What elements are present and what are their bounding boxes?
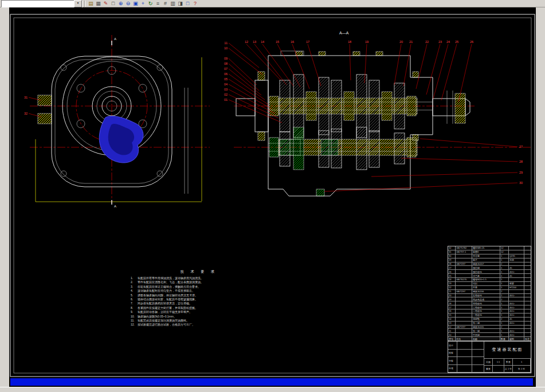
callout: 03 [224, 88, 228, 91]
parts-row: 27倒挡轴145 [448, 266, 531, 270]
callout: 29 [519, 171, 523, 174]
section-label: A—A [339, 31, 349, 35]
note-item: 8.各紧固件应按规定力矩拧紧，并采取防松措施。 [131, 306, 267, 310]
parts-row: 12GB/T297轴承302052 [448, 326, 531, 330]
callout: 28 [519, 160, 523, 163]
callout: 15 [276, 40, 279, 44]
parts-row: 21GB/T297轴承302062 [448, 290, 531, 294]
zoom-in-icon[interactable]: ⊕ [117, 0, 124, 7]
toolbar-icons: ▤▦✎□⊕⊖▣+↻≡#▥◨□? [87, 0, 199, 7]
parts-row: 24GB/T6170螺母M20×1.51 [448, 278, 531, 282]
parts-row: 13第二轴140Cr [448, 322, 531, 326]
toolbar: ▼ ▤▦✎□⊕⊖▣+↻≡#▥◨□? [0, 0, 545, 7]
title-block-bottom: 设计校核审核批准 变速器装配图 比例 1:1 数量 1 重量 共 1 张 第 1… [448, 341, 531, 373]
cavity-section [99, 116, 143, 163]
chevron-down-icon[interactable]: ▼ [74, 0, 82, 7]
pencil-icon[interactable]: ✎ [102, 0, 109, 7]
meta-cell: 共 1 张 [504, 366, 513, 373]
callout: 11 [224, 41, 228, 45]
section-mark-top: A [114, 37, 116, 41]
callout: 18 [348, 40, 351, 44]
callout: 12 [245, 40, 248, 44]
callout: 22 [425, 40, 429, 44]
callout: 13 [253, 40, 256, 44]
parts-row: 14花键毂245 [448, 317, 531, 322]
callout: 23 [438, 40, 442, 44]
parts-row: 29垫片1石棉 [448, 258, 531, 262]
note-item: 2.零件装配前应清除毛刺、飞边，配合表面涂润滑油。 [131, 280, 267, 284]
meta-cell: 1:1 [493, 359, 504, 366]
drawing-title: 变速器装配图 [484, 342, 531, 359]
parts-row: 16二档齿轮140Cr [448, 309, 531, 313]
notes-list: 1.装配前所有零件用煤油清洗，滚动轴承用汽油清洗。2.零件装配前应清除毛刺、飞边… [131, 276, 267, 327]
parts-row: 25法兰盘145 [448, 274, 531, 278]
parts-row: 18四档齿轮140Cr [448, 301, 531, 305]
note-item: 12.按试验规范进行跑合试验，合格后方可出厂。 [131, 323, 267, 327]
drawing-canvas[interactable]: 11 10 09 08 07 06 05 04 03 02 01 12 13 1… [9, 7, 536, 387]
callout: 21 [409, 40, 413, 44]
title-block-right: 变速器装配图 比例 1:1 数量 1 重量 共 1 张 第 1 张 [484, 342, 531, 373]
meta-cell: 1 [513, 359, 531, 366]
callout: 02 [224, 93, 228, 96]
callout: 01 [224, 98, 228, 101]
toolbar-separator [84, 1, 85, 7]
parts-row: 28GB/T297轴承302072 [448, 262, 531, 266]
open-icon[interactable]: ▤ [87, 0, 95, 7]
callout: 25 [455, 40, 458, 44]
callout: 26 [470, 40, 473, 44]
parts-row: 22后盖1HT200 [448, 286, 531, 290]
note-item: 5.调整各轴承轴向间隙，保证轴转动灵活无卡滞。 [131, 293, 267, 297]
callout: 16 [291, 40, 294, 44]
parts-list: 32GB/T5782螺栓M8×251231GB/T97.1垫圈81230放油塞1… [448, 246, 531, 341]
sig-row: 校核 [448, 350, 484, 358]
shade-icon[interactable]: ◨ [177, 0, 184, 7]
title-block: 32GB/T5782螺栓M8×251231GB/T97.1垫圈81230放油塞1… [448, 246, 531, 373]
sig-grid: 设计校核审核批准 [448, 342, 484, 373]
command-combo[interactable]: ▼ [1, 0, 83, 7]
section-view [236, 51, 470, 196]
callout: 19 [365, 40, 368, 44]
parts-row: 31GB/T97.1垫圈812 [448, 250, 531, 254]
callout: 07 [224, 67, 228, 70]
callout: 08 [224, 62, 228, 65]
callout: 04 [224, 83, 228, 86]
parts-row: 19同步器总成2 [448, 297, 531, 301]
rotate-icon[interactable]: ↻ [147, 0, 154, 7]
help-icon[interactable]: ? [191, 0, 199, 7]
command-input[interactable] [2, 1, 74, 6]
select-icon[interactable]: □ [109, 0, 117, 7]
callout: 30 [519, 181, 523, 185]
zoom-out-icon[interactable]: ⊖ [124, 0, 132, 7]
sig-row: 批准 [448, 365, 484, 373]
pan-icon[interactable]: + [139, 0, 147, 7]
meta-cell: 重量 [484, 366, 493, 373]
layers-icon[interactable]: ≡ [154, 0, 162, 7]
meta-cell: 第 1 张 [513, 366, 531, 373]
measure-icon[interactable]: # [162, 0, 169, 7]
parts-row: 32GB/T5782螺栓M8×2512 [448, 246, 531, 250]
callout: 06 [224, 72, 228, 76]
note-item: 6.箱体结合面涂密封胶，装配后不得有渗漏现象。 [131, 297, 267, 301]
callout: 17 [306, 40, 309, 44]
callout: 24 [446, 40, 450, 44]
status-bar [0, 387, 545, 392]
callout: 09 [224, 57, 228, 60]
fullscreen-icon[interactable]: □ [184, 0, 191, 7]
parts-row: 20五档齿轮140Cr [448, 294, 531, 298]
print-icon[interactable]: ▦ [95, 0, 102, 7]
highlight-bar[interactable] [10, 378, 533, 386]
meta-cell: 比例 [484, 359, 493, 366]
meta-cell: 数量 [504, 359, 513, 366]
zoom-window-icon[interactable]: ▣ [132, 0, 139, 7]
note-item: 11.装配完成后按规定加注润滑油至油面线。 [131, 319, 267, 323]
callout: 20 [399, 40, 403, 44]
meta-cell [493, 366, 504, 373]
parts-row: 26倒挡齿轮140Cr [448, 270, 531, 274]
front-view [38, 56, 188, 194]
note-item: 9.装配后转动各轴，运转应平稳无异常噪声。 [131, 310, 267, 314]
parts-row: 23油封1橡胶 [448, 282, 531, 286]
note-item: 4.滚动轴承装配时应均匀受力，不得直接敲击。 [131, 289, 267, 293]
parts-row: 11第一轴140Cr [448, 329, 531, 333]
views-icon[interactable]: ▥ [169, 0, 177, 7]
section-mark-bottom: A [114, 205, 116, 208]
